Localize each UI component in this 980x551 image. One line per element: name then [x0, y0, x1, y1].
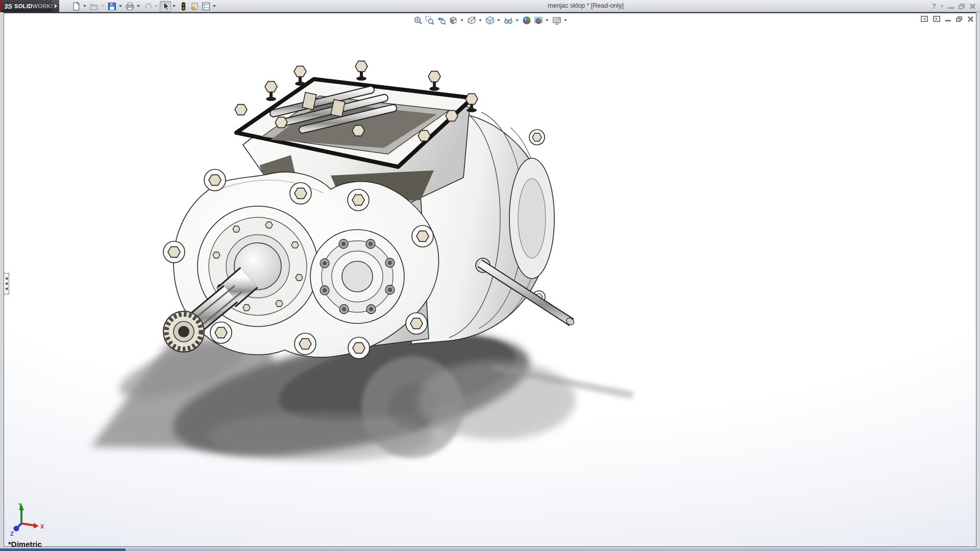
triad-x-arrow: [34, 523, 39, 529]
dassault-3ds-logo-glyph: 3S: [4, 3, 12, 10]
next-pane-button[interactable]: [933, 16, 940, 22]
new-document-icon: [72, 2, 81, 11]
window-bottom-border-accent: [0, 548, 126, 551]
view-settings-dropdown[interactable]: [563, 15, 568, 26]
view-orientation-button[interactable]: [466, 15, 477, 26]
undo-arrow-icon: [143, 2, 152, 11]
view-orientation-dropdown[interactable]: [478, 15, 482, 26]
title-bar: 3S SOLIDWORKS: [0, 0, 980, 12]
logo-red-sliver: [0, 0, 2, 12]
view-orientation-icon: [467, 16, 476, 25]
restore-button[interactable]: [959, 4, 965, 9]
traffic-light-icon: [179, 2, 188, 11]
hide-show-items-button[interactable]: [503, 15, 513, 26]
section-view-dropdown[interactable]: [459, 15, 464, 26]
chevron-left-icon: [923, 17, 925, 20]
chevron-right-icon: [55, 4, 57, 8]
select-tool-button[interactable]: [160, 1, 171, 12]
help-button[interactable]: ?: [932, 1, 936, 12]
display-style-button[interactable]: [484, 15, 495, 26]
new-document-dropdown[interactable]: [82, 1, 87, 12]
options-button[interactable]: [200, 1, 211, 12]
eyeglasses-icon: [504, 16, 513, 25]
graphics-area[interactable]: Y X Z *Dimetric: [4, 12, 976, 547]
hide-show-items-dropdown[interactable]: [514, 15, 519, 26]
zoom-to-area-button[interactable]: [424, 15, 435, 26]
appearance-ball-icon: [522, 16, 531, 25]
bearing-cover-flange: [310, 230, 404, 323]
window-controls: ?: [932, 0, 975, 12]
apply-scene-button[interactable]: [533, 15, 544, 26]
chevron-left-icon: [5, 287, 8, 290]
document-minimize-button[interactable]: [945, 17, 951, 21]
main-toolbar: [70, 1, 218, 12]
select-tool-dropdown[interactable]: [171, 1, 177, 12]
file-properties-icon: [190, 2, 199, 11]
view-orientation-label: *Dimetric: [8, 540, 42, 548]
previous-pane-button[interactable]: [921, 16, 928, 22]
zoom-to-fit-button[interactable]: [412, 15, 423, 26]
chevron-left-icon: [5, 277, 8, 280]
save-dropdown[interactable]: [117, 1, 123, 12]
document-close-button[interactable]: [967, 16, 973, 22]
previous-view-button[interactable]: [436, 15, 447, 26]
file-properties-button[interactable]: [189, 1, 200, 12]
printer-icon: [126, 2, 134, 11]
headsup-view-toolbar: [412, 15, 569, 26]
cursor-arrow-icon: [161, 2, 170, 11]
view-settings-icon: [552, 16, 561, 25]
triad-z-label: Z: [10, 531, 14, 537]
reference-triad: Y X Z: [6, 502, 47, 543]
options-dropdown[interactable]: [211, 1, 217, 12]
options-checklist-icon: [202, 2, 210, 11]
section-view-icon: [449, 16, 458, 25]
document-title: menjac sklop * [Read-only]: [548, 0, 624, 12]
close-button[interactable]: [969, 4, 975, 9]
display-style-dropdown[interactable]: [496, 15, 501, 26]
apply-scene-icon: [534, 16, 543, 25]
open-folder-icon: [90, 2, 99, 11]
window-bottom-border: [0, 548, 980, 551]
zoom-to-area-icon: [425, 16, 434, 25]
print-dropdown[interactable]: [135, 1, 141, 12]
edit-appearance-button[interactable]: [521, 15, 532, 26]
undo-button[interactable]: [142, 1, 153, 12]
zoom-to-fit-icon: [413, 16, 423, 25]
featuremanager-collapsed-tab[interactable]: [4, 273, 9, 294]
triad-z-ball: [14, 526, 19, 532]
rebuild-button[interactable]: [178, 1, 189, 12]
open-dropdown[interactable]: [100, 1, 105, 12]
print-button[interactable]: [124, 1, 135, 12]
previous-view-icon: [437, 16, 446, 25]
brand-name-bold: SOLID: [14, 3, 33, 9]
view-settings-button[interactable]: [551, 15, 562, 26]
document-restore-button[interactable]: [956, 16, 962, 22]
document-window-controls: [921, 16, 973, 22]
undo-dropdown[interactable]: [153, 1, 159, 12]
help-dropdown[interactable]: [941, 5, 944, 7]
new-document-button[interactable]: [70, 1, 82, 12]
chevron-left-icon: [5, 282, 8, 285]
minimize-button[interactable]: [948, 4, 954, 9]
display-style-icon: [485, 16, 495, 25]
brand-name-light: WORKS: [33, 3, 55, 9]
triad-x-label: X: [40, 523, 44, 530]
menu-expand-button[interactable]: [52, 0, 59, 12]
save-floppy-icon: [108, 2, 116, 11]
chevron-right-icon: [936, 17, 938, 20]
open-button[interactable]: [88, 1, 100, 12]
gearbox-model[interactable]: [163, 61, 575, 359]
triad-y-label: Y: [18, 502, 22, 508]
section-view-button[interactable]: [448, 15, 458, 26]
apply-scene-dropdown[interactable]: [545, 15, 549, 26]
solidworks-logo: 3S SOLIDWORKS: [0, 0, 52, 12]
gearbox-3d-render[interactable]: [4, 13, 977, 547]
save-button[interactable]: [106, 1, 117, 12]
